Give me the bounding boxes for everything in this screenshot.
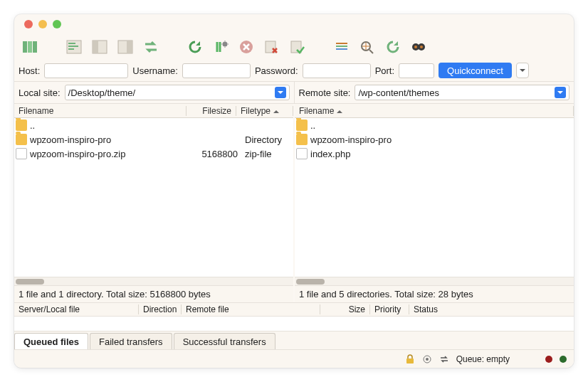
- process-queue-icon[interactable]: [209, 36, 232, 58]
- compare-icon[interactable]: [356, 36, 379, 58]
- list-item[interactable]: index.php: [295, 147, 574, 161]
- password-input[interactable]: [303, 63, 371, 78]
- queue-columns-header: Server/Local file Direction Remote file …: [14, 302, 574, 317]
- svg-rect-8: [93, 41, 98, 53]
- remote-path-text: /wp-content/themes: [358, 87, 439, 98]
- reconnect-icon[interactable]: [286, 36, 309, 58]
- h-scrollbar[interactable]: [14, 277, 293, 285]
- mac-titlebar: [14, 14, 574, 34]
- cancel-icon[interactable]: [235, 36, 258, 58]
- file-icon: [296, 148, 308, 159]
- folder-icon: [16, 120, 27, 131]
- path-bar: Local site: /Desktop/theme/ Remote site:…: [14, 82, 574, 104]
- col-direction[interactable]: Direction: [139, 304, 182, 314]
- svg-rect-5: [68, 46, 78, 47]
- filename-filter-icon[interactable]: [330, 36, 353, 58]
- port-input[interactable]: [399, 63, 434, 78]
- remote-file-list[interactable]: .. wpzoom-inspiro-pro index.php: [295, 118, 574, 277]
- ftp-client-window: Host: Username: Password: Port: Quickcon…: [14, 14, 574, 368]
- col-remote-file[interactable]: Remote file: [182, 304, 320, 314]
- local-path-combobox[interactable]: /Desktop/theme/: [65, 85, 290, 100]
- col-size[interactable]: Size: [320, 304, 370, 314]
- host-input[interactable]: [44, 63, 128, 78]
- toggle-log-icon[interactable]: [63, 36, 85, 58]
- tab-failed[interactable]: Failed transfers: [90, 333, 172, 349]
- col-filename[interactable]: Filename: [295, 106, 574, 116]
- svg-rect-0: [23, 41, 27, 53]
- svg-point-23: [420, 46, 423, 48]
- local-columns-header: Filename Filesize Filetype: [14, 104, 293, 118]
- find-icon[interactable]: [407, 36, 430, 58]
- list-item[interactable]: ..: [14, 118, 293, 132]
- folder-icon: [16, 134, 27, 145]
- svg-rect-21: [417, 46, 420, 47]
- lock-icon: [405, 354, 415, 364]
- svg-rect-14: [291, 41, 301, 53]
- svg-rect-17: [336, 48, 347, 50]
- local-file-list[interactable]: .. wpzoom-inspiro-proDirectory wpzoom-in…: [14, 118, 293, 277]
- svg-rect-6: [68, 48, 74, 50]
- tab-success[interactable]: Successful transfers: [174, 333, 275, 349]
- svg-rect-15: [336, 43, 347, 44]
- list-item[interactable]: wpzoom-inspiro-pro.zip5168800zip-file: [14, 147, 293, 161]
- toggle-remote-tree-icon[interactable]: [114, 36, 137, 58]
- list-item[interactable]: ..: [295, 118, 574, 132]
- h-scrollbar[interactable]: [295, 277, 574, 285]
- folder-icon: [296, 134, 308, 145]
- list-item[interactable]: wpzoom-inspiro-proDirectory: [14, 132, 293, 147]
- toggle-local-tree-icon[interactable]: [88, 36, 111, 58]
- col-priority[interactable]: Priority: [370, 304, 409, 314]
- window-zoom-button[interactable]: [53, 20, 61, 28]
- disconnect-icon[interactable]: [261, 36, 283, 58]
- col-server[interactable]: Server/Local file: [14, 304, 139, 314]
- site-manager-icon[interactable]: [19, 36, 41, 58]
- file-panes: Filename Filesize Filetype .. wpzoom-ins…: [14, 104, 574, 302]
- gear-icon[interactable]: [422, 354, 432, 364]
- host-label: Host:: [19, 65, 40, 76]
- password-label: Password:: [255, 65, 298, 76]
- status-indicator-2: [560, 356, 567, 363]
- quickconnect-history-dropdown[interactable]: [516, 63, 529, 78]
- sync-browse-icon[interactable]: [140, 36, 162, 58]
- port-label: Port:: [375, 65, 394, 76]
- status-indicator-1: [545, 356, 552, 363]
- svg-rect-16: [336, 46, 347, 47]
- chevron-down-icon[interactable]: [555, 87, 566, 98]
- col-filesize[interactable]: Filesize: [187, 106, 236, 116]
- queue-list[interactable]: [14, 317, 574, 331]
- svg-rect-2: [33, 41, 37, 53]
- window-close-button[interactable]: [24, 20, 33, 28]
- local-path-text: /Desktop/theme/: [68, 87, 136, 98]
- remote-columns-header: Filename: [295, 104, 574, 118]
- main-toolbar: [14, 34, 574, 60]
- remote-status: 1 file and 5 directories. Total size: 28…: [295, 285, 574, 302]
- window-minimize-button[interactable]: [38, 20, 47, 28]
- remote-site-label: Remote site:: [299, 87, 351, 98]
- quickconnect-bar: Host: Username: Password: Port: Quickcon…: [14, 60, 574, 82]
- svg-point-26: [426, 358, 429, 361]
- refresh-icon[interactable]: [184, 36, 206, 58]
- file-icon: [16, 148, 27, 159]
- tab-queued[interactable]: Queued files: [14, 333, 88, 349]
- auto-refresh-icon[interactable]: [382, 36, 404, 58]
- col-filetype[interactable]: Filetype: [236, 106, 293, 116]
- local-site-label: Local site:: [19, 87, 61, 98]
- remote-pane: Filename .. wpzoom-inspiro-pro index.php…: [295, 104, 574, 302]
- list-item[interactable]: wpzoom-inspiro-pro: [295, 132, 574, 147]
- status-bar: Queue: empty: [14, 349, 574, 368]
- col-filename[interactable]: Filename: [14, 106, 187, 116]
- quickconnect-button[interactable]: Quickconnect: [439, 63, 512, 78]
- username-input[interactable]: [182, 63, 251, 78]
- remote-path-combobox[interactable]: /wp-content/themes: [355, 85, 569, 100]
- chevron-down-icon[interactable]: [275, 87, 286, 98]
- sort-ascending-icon: [337, 107, 342, 113]
- folder-icon: [296, 120, 308, 131]
- col-status[interactable]: Status: [409, 304, 574, 314]
- svg-rect-10: [127, 41, 132, 53]
- sort-ascending-icon: [273, 107, 279, 113]
- svg-rect-24: [406, 359, 414, 364]
- transfer-tabs: Queued files Failed transfers Successful…: [14, 331, 574, 349]
- svg-rect-4: [68, 43, 75, 44]
- queue-status-text: Queue: empty: [456, 354, 510, 364]
- svg-point-11: [223, 42, 228, 47]
